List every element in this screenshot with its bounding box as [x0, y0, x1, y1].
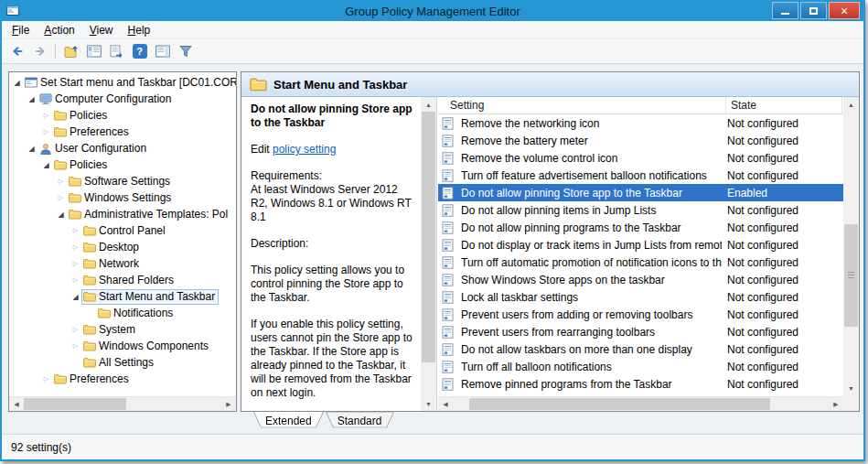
setting-row-remove-the-volume-control-icon[interactable]: Remove the volume control iconNot config…: [438, 149, 843, 167]
setting-row-remove-pinned-programs-from-the-taskbar[interactable]: Remove pinned programs from the TaskbarN…: [438, 375, 843, 393]
scroll-right-button[interactable]: ▶: [221, 397, 236, 411]
expander-collapsed-icon[interactable]: ▷: [40, 128, 52, 135]
setting-row-do-not-display-or-track-items-in-jump-lists-from-remote-l[interactable]: Do not display or track items in Jump Li…: [438, 236, 843, 254]
setting-name: Remove pinned programs from the Taskbar: [456, 378, 722, 391]
expander-expanded-icon[interactable]: ◢: [11, 79, 23, 87]
tree-item-shared-folders[interactable]: ▷Shared Folders: [9, 272, 236, 288]
up-one-level-button[interactable]: [59, 40, 82, 62]
scroll-left-button[interactable]: ◀: [9, 397, 24, 411]
setting-row-do-not-allow-pinning-store-app-to-the-taskbar[interactable]: Do not allow pinning Store app to the Ta…: [438, 184, 843, 201]
tree-item-system[interactable]: ▷System: [9, 321, 236, 338]
setting-row-turn-off-feature-advertisement-balloon-notifications[interactable]: Turn off feature advertisement balloon n…: [438, 167, 843, 184]
expander-collapsed-icon[interactable]: ▷: [70, 227, 81, 234]
scrollbar-track[interactable]: [24, 397, 221, 411]
scrollbar-track[interactable]: [421, 112, 436, 396]
close-button[interactable]: ×: [829, 2, 860, 19]
expander-collapsed-icon[interactable]: ▷: [70, 276, 81, 284]
tree-node: Administrative Templates: Pol: [67, 207, 231, 222]
scrollbar-thumb[interactable]: [24, 398, 126, 410]
setting-row-prevent-users-from-rearranging-toolbars[interactable]: Prevent users from rearranging toolbarsN…: [438, 323, 843, 340]
export-list-button[interactable]: [105, 40, 128, 62]
scroll-down-button[interactable]: ▼: [421, 396, 436, 411]
tree-horizontal-scrollbar[interactable]: ◀ ▶: [9, 396, 236, 411]
scroll-left-button[interactable]: ◀: [438, 397, 453, 411]
folder-icon: [83, 340, 96, 351]
scrollbar-track[interactable]: [453, 397, 829, 411]
expander-collapsed-icon[interactable]: ▷: [40, 112, 52, 119]
column-header-state[interactable]: State: [726, 97, 842, 113]
expander-collapsed-icon[interactable]: ▷: [55, 178, 67, 185]
tree-item-computer-configuration[interactable]: ◢Computer Configuration: [9, 91, 236, 107]
tree-item-network[interactable]: ▷Network: [9, 255, 236, 272]
expander-collapsed-icon[interactable]: ▷: [70, 342, 81, 350]
expander-collapsed-icon[interactable]: ▷: [40, 375, 52, 383]
tab-extended[interactable]: Extended: [253, 412, 324, 432]
edit-policy-setting-link[interactable]: policy setting: [273, 143, 336, 156]
setting-row-remove-the-battery-meter[interactable]: Remove the battery meterNot configured: [438, 132, 843, 149]
menu-file[interactable]: File: [5, 22, 37, 38]
tree-item-label: Desktop: [99, 241, 139, 254]
show-console-tree-button[interactable]: [82, 40, 105, 62]
setting-row-remove-the-networking-icon[interactable]: Remove the networking iconNot configured: [438, 114, 843, 132]
expander-expanded-icon[interactable]: ◢: [40, 161, 52, 169]
expander-expanded-icon[interactable]: ◢: [26, 95, 38, 103]
scroll-up-button[interactable]: ▲: [421, 97, 436, 112]
setting-row-do-not-allow-taskbars-on-more-than-one-display[interactable]: Do not allow taskbars on more than one d…: [438, 340, 843, 358]
action-pane-icon: [155, 45, 170, 58]
filter-button[interactable]: [174, 40, 197, 62]
expander-collapsed-icon[interactable]: ▷: [55, 194, 67, 201]
setting-state: Not configured: [722, 239, 843, 252]
setting-row-do-not-allow-pinning-items-in-jump-lists[interactable]: Do not allow pinning items in Jump Lists…: [438, 201, 843, 219]
tree-item-start-menu-and-taskbar[interactable]: ◢Start Menu and Taskbar: [9, 288, 236, 305]
expander-expanded-icon[interactable]: ◢: [70, 293, 81, 301]
tree-item-policies[interactable]: ▷Policies: [9, 107, 236, 124]
tree-item-label: All Settings: [99, 356, 154, 369]
expander-expanded-icon[interactable]: ◢: [55, 210, 67, 219]
expander-collapsed-icon[interactable]: ▷: [70, 243, 81, 251]
tree-item-software-settings[interactable]: ▷Software Settings: [9, 173, 236, 189]
tree-item-windows-components[interactable]: ▷Windows Components: [9, 338, 236, 354]
scrollbar-thumb[interactable]: [469, 398, 770, 410]
setting-row-show-windows-store-apps-on-the-taskbar[interactable]: Show Windows Store apps on the taskbarNo…: [438, 271, 843, 288]
tree-item-preferences[interactable]: ▷Preferences: [9, 124, 236, 140]
description-vertical-scrollbar[interactable]: ▲ ▼: [421, 97, 436, 411]
list-vertical-scrollbar[interactable]: ▲ ▼: [843, 97, 859, 395]
list-horizontal-scrollbar[interactable]: ◀ ▶: [438, 396, 843, 411]
scrollbar-thumb[interactable]: [422, 112, 435, 362]
setting-row-lock-all-taskbar-settings[interactable]: Lock all taskbar settingsNot configured: [438, 288, 843, 306]
setting-row-do-not-allow-pinning-programs-to-the-taskbar[interactable]: Do not allow pinning programs to the Tas…: [438, 219, 843, 236]
tree-item-all-settings[interactable]: All Settings: [9, 354, 236, 371]
minimize-button[interactable]: [772, 2, 798, 19]
tab-standard[interactable]: Standard: [326, 412, 394, 432]
scroll-up-button[interactable]: ▲: [843, 97, 859, 112]
titlebar[interactable]: Group Policy Management Editor ×: [2, 2, 863, 21]
menu-help[interactable]: Help: [121, 22, 158, 38]
show-action-pane-button[interactable]: [151, 40, 174, 62]
tree-item-windows-settings[interactable]: ▷Windows Settings: [9, 189, 236, 206]
tree-item-desktop[interactable]: ▷Desktop: [9, 239, 236, 255]
scroll-right-button[interactable]: ▶: [829, 397, 843, 411]
expander-expanded-icon[interactable]: ◢: [26, 145, 38, 153]
tree-item-control-panel[interactable]: ▷Control Panel: [9, 222, 236, 239]
tree-item-preferences[interactable]: ▷Preferences: [9, 371, 236, 387]
scrollbar-thumb[interactable]: [844, 224, 858, 327]
expander-collapsed-icon[interactable]: ▷: [70, 260, 81, 267]
column-header-setting[interactable]: Setting: [438, 97, 726, 113]
tree-item-policies[interactable]: ◢Policies: [9, 156, 236, 173]
menu-action[interactable]: Action: [37, 22, 81, 38]
help-button[interactable]: ?: [128, 40, 151, 62]
tree-item-set-start-menu-and-taskbar-dc01-corp[interactable]: ◢Set Start menu and Taskbar [DC01.CORP: [9, 74, 236, 91]
setting-row-turn-off-automatic-promotion-of-notification-icons-to-th[interactable]: Turn off automatic promotion of notifica…: [438, 254, 843, 271]
setting-row-turn-off-all-balloon-notifications[interactable]: Turn off all balloon notificationsNot co…: [438, 358, 843, 375]
menu-view[interactable]: View: [82, 22, 121, 38]
tree-item-administrative-templates-pol[interactable]: ◢Administrative Templates: Pol: [9, 206, 236, 222]
expander-collapsed-icon[interactable]: ▷: [70, 326, 81, 333]
scrollbar-track[interactable]: [843, 112, 859, 381]
back-button[interactable]: [5, 40, 28, 62]
tree-item-notifications[interactable]: Notifications: [9, 305, 236, 321]
setting-row-prevent-users-from-adding-or-removing-toolbars[interactable]: Prevent users from adding or removing to…: [438, 306, 843, 323]
scroll-down-button[interactable]: ▼: [843, 381, 859, 395]
maximize-button[interactable]: [800, 2, 827, 19]
forward-button[interactable]: [28, 40, 51, 62]
tree-item-user-configuration[interactable]: ◢User Configuration: [9, 140, 236, 156]
